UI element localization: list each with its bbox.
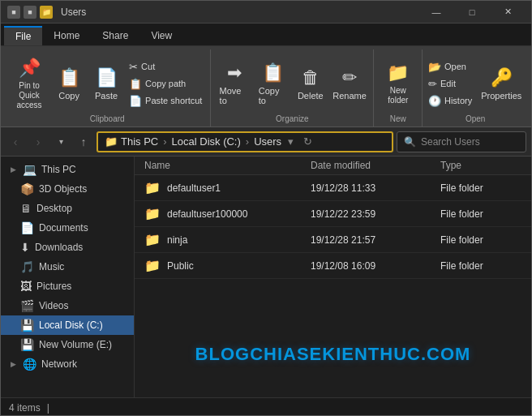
new-volume-label: New Volume (E:) <box>39 339 112 350</box>
new-folder-label: Newfolder <box>388 86 408 105</box>
pin-icon: 📌 <box>19 58 41 79</box>
sidebar-item-local-disk[interactable]: 💾 Local Disk (C:) <box>1 315 134 335</box>
minimize-button[interactable]: — <box>419 1 453 24</box>
table-row[interactable]: 📁 defaultuser1 19/12/28 11:33 File folde… <box>135 175 531 201</box>
forward-button[interactable]: › <box>28 132 48 152</box>
open-icon: 📂 <box>428 61 441 73</box>
this-pc-arrow: ▶ <box>11 165 16 174</box>
history-button[interactable]: 🕐 History <box>425 93 475 109</box>
videos-label: Videos <box>39 300 68 311</box>
videos-icon: 🎬 <box>20 299 34 312</box>
copy-button[interactable]: 📋 Copy <box>51 56 87 111</box>
back-button[interactable]: ‹ <box>6 132 25 152</box>
open-label: Open <box>466 114 485 125</box>
move-to-button[interactable]: ➡ Move to <box>216 56 253 111</box>
file-date: 19/12/22 23:59 <box>311 208 440 220</box>
properties-button[interactable]: 🔑 Properties <box>477 56 526 111</box>
paste-shortcut-button[interactable]: 📄 Paste shortcut <box>126 93 205 109</box>
history-icon: 🕐 <box>428 95 441 107</box>
pictures-icon: 🖼 <box>20 280 32 293</box>
maximize-button[interactable]: □ <box>455 1 489 24</box>
delete-label: Delete <box>298 91 324 101</box>
table-row[interactable]: 📁 Public 19/12/08 16:09 File folder <box>135 253 531 279</box>
music-label: Music <box>39 261 64 272</box>
sidebar-item-pictures[interactable]: 🖼 Pictures <box>1 277 134 296</box>
3d-objects-label: 3D Objects <box>39 183 87 195</box>
main-area: ▶ 💻 This PC 📦 3D Objects 🖥 Desktop 📄 Doc… <box>1 157 531 397</box>
path-icon: 📁 <box>105 135 118 148</box>
cut-button[interactable]: ✂ Cut <box>126 59 205 75</box>
copy-to-button[interactable]: 📋 Copy to <box>255 56 291 111</box>
tab-view[interactable]: View <box>139 26 183 45</box>
pin-to-quick-access-button[interactable]: 📌 Pin to Quickaccess <box>9 56 49 111</box>
path-users: Users <box>254 135 281 148</box>
desktop-label: Desktop <box>36 203 72 214</box>
delete-icon: 🗑 <box>302 67 320 88</box>
new-folder-button[interactable]: 📁 Newfolder <box>380 56 416 111</box>
open-group: 📂 Open ✏ Edit 🕐 History 🔑 Properties Ope… <box>423 49 528 127</box>
window-icon-1: ■ <box>7 6 20 19</box>
sidebar-item-music[interactable]: 🎵 Music <box>1 257 134 277</box>
search-box[interactable]: 🔍 Search Users <box>397 131 526 152</box>
clipboard-small-group: ✂ Cut 📋 Copy path 📄 Paste shortcut <box>126 56 205 111</box>
sidebar-item-desktop[interactable]: 🖥 Desktop <box>1 199 134 218</box>
this-pc-icon: 💻 <box>23 163 36 176</box>
copy-path-icon: 📋 <box>129 78 142 90</box>
cut-icon: ✂ <box>129 61 138 73</box>
file-name: defaultuser100000 <box>167 208 247 220</box>
close-button[interactable]: ✕ <box>491 1 525 24</box>
col-type[interactable]: Type <box>440 160 521 171</box>
col-name[interactable]: Name <box>144 160 311 171</box>
open-label: Open <box>444 62 466 71</box>
search-icon: 🔍 <box>404 136 416 148</box>
sidebar-item-documents[interactable]: 📄 Documents <box>1 218 134 238</box>
delete-button[interactable]: 🗑 Delete <box>293 56 328 111</box>
path-sep-1: › <box>163 135 166 148</box>
sidebar-item-this-pc[interactable]: ▶ 💻 This PC <box>1 160 134 179</box>
copy-path-button[interactable]: 📋 Copy path <box>126 76 205 92</box>
folder-icon: 📁 <box>144 232 161 247</box>
sidebar-item-network[interactable]: ▶ 🌐 Network <box>1 354 134 374</box>
history-label: History <box>444 96 472 105</box>
sidebar-item-new-volume[interactable]: 💾 New Volume (E:) <box>1 335 134 354</box>
tab-file[interactable]: File <box>4 26 42 45</box>
address-chevron-icon[interactable]: ▾ <box>285 135 297 148</box>
file-type: File folder <box>440 260 521 272</box>
open-button[interactable]: 📂 Open <box>425 59 475 75</box>
sidebar-item-videos[interactable]: 🎬 Videos <box>1 296 134 315</box>
organize-label: Organize <box>276 114 309 125</box>
up-button[interactable]: ↑ <box>74 132 93 152</box>
col-date[interactable]: Date modified <box>311 160 440 171</box>
documents-icon: 📄 <box>20 221 34 234</box>
tab-share[interactable]: Share <box>91 26 139 45</box>
window-title: Users <box>61 6 86 18</box>
rename-button[interactable]: ✏ Rename <box>330 56 369 111</box>
file-type: File folder <box>440 234 521 246</box>
pin-label: Pin to Quickaccess <box>13 81 45 110</box>
tab-home[interactable]: Home <box>42 26 91 45</box>
open-small-group: 📂 Open ✏ Edit 🕐 History <box>425 56 475 111</box>
network-icon: 🌐 <box>23 358 36 371</box>
table-row[interactable]: 📁 defaultuser100000 19/12/22 23:59 File … <box>135 201 531 227</box>
edit-button[interactable]: ✏ Edit <box>425 76 475 92</box>
new-folder-icon: 📁 <box>387 62 409 84</box>
file-name-cell: 📁 defaultuser1 <box>144 180 311 195</box>
table-row[interactable]: 📁 ninja 19/12/28 21:57 File folder <box>135 227 531 253</box>
new-label: New <box>390 114 406 125</box>
copy-to-label: Copy to <box>259 86 287 105</box>
move-label: Move to <box>220 86 249 105</box>
refresh-button[interactable]: ↻ <box>300 135 315 148</box>
clipboard-label: Clipboard <box>90 114 125 125</box>
paste-shortcut-icon: 📄 <box>129 95 142 107</box>
paste-button[interactable]: 📄 Paste <box>88 56 124 111</box>
recent-locations-button[interactable]: ▾ <box>51 132 71 152</box>
item-count: 4 items <box>9 402 41 414</box>
documents-label: Documents <box>39 222 88 234</box>
new-group: 📁 Newfolder New <box>374 49 423 127</box>
move-icon: ➡ <box>227 62 242 84</box>
sidebar-item-3d-objects[interactable]: 📦 3D Objects <box>1 179 134 199</box>
pictures-label: Pictures <box>36 281 71 292</box>
sidebar-item-downloads[interactable]: ⬇ Downloads <box>1 238 134 257</box>
folder-icon: 📁 <box>144 180 161 195</box>
address-path[interactable]: 📁 This PC › Local Disk (C:) › Users ▾ ↻ <box>97 131 393 152</box>
